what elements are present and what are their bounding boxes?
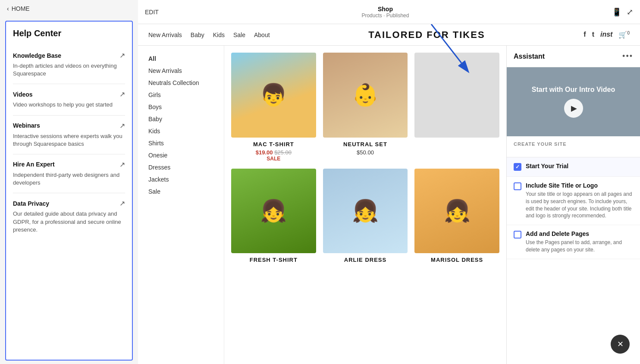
product-name-marisol-dress: MARISOL DRESS (431, 257, 483, 263)
nav-link-kids[interactable]: Kids (213, 31, 225, 38)
intro-video-card[interactable]: Start with Our Intro Video ▶ (507, 67, 640, 136)
assistant-menu-button[interactable]: ••• (622, 52, 633, 61)
expand-icon[interactable]: ⤢ (627, 7, 633, 17)
twitter-icon[interactable]: t (592, 31, 594, 38)
product-figure: 👦 (260, 82, 287, 107)
external-link-icon: ↗ (119, 51, 125, 60)
help-item-title: Knowledge Base (13, 52, 61, 59)
category-item-girls[interactable]: Girls (148, 89, 213, 101)
nav-link-about[interactable]: About (254, 31, 270, 38)
checklist-desc-include-title-logo: Your site title or logo appears on all p… (526, 191, 633, 220)
product-name-mac-tshirt: MAC T-SHIRT (253, 141, 294, 147)
category-item-kids[interactable]: Kids (148, 125, 213, 137)
product-grid: 👦 MAC T-SHIRT $19.00 $25.00 SALE 👶 NEUTR… (224, 46, 506, 364)
instagram-icon[interactable]: inst (600, 31, 612, 38)
site-nav: New ArrivalsBabyKidsSaleAbout TAILORED F… (138, 24, 640, 46)
site-brand-title: TAILORED FOR TIKES (368, 29, 485, 41)
category-list: AllNew ArrivalsNeutrals CollectionGirlsB… (148, 53, 213, 198)
edit-label[interactable]: EDIT (145, 9, 159, 16)
home-label: HOME (12, 5, 30, 12)
create-site-section: CREATE YOUR SITE (507, 136, 640, 157)
shop-title: Shop (361, 6, 409, 13)
sale-label: SALE (256, 156, 292, 162)
help-center-title: Help Center (13, 28, 125, 38)
home-nav[interactable]: ‹ HOME (0, 0, 138, 17)
category-item-neutrals[interactable]: Neutrals Collection (148, 77, 213, 89)
top-bar-center: Shop Products · Published (361, 6, 409, 19)
help-item-title: Webinars (13, 122, 40, 129)
help-item-title: Hire An Expert (13, 161, 55, 168)
checklist-title-start-trial: Start Your Trial (526, 163, 568, 169)
product-image-arlie-dress[interactable]: 👧 (323, 169, 408, 254)
checklist-item-start-trial: ✓ Start Your Trial (507, 157, 640, 177)
product-image-empty[interactable] (414, 53, 499, 138)
product-image-fresh-tshirt[interactable]: 👧 (231, 169, 316, 254)
cart-icon[interactable]: 🛒0 (618, 31, 630, 39)
mobile-view-icon[interactable]: 📱 (612, 7, 621, 17)
product-name-fresh-tshirt: FRESH T-SHIRT (250, 257, 298, 263)
product-card-mac-tshirt: 👦 MAC T-SHIRT $19.00 $25.00 SALE (231, 53, 316, 162)
product-image-marisol-dress[interactable]: 👧 (414, 169, 499, 254)
category-item-new-arrivals[interactable]: New Arrivals (148, 65, 213, 77)
help-item-data-privacy[interactable]: Data Privacy ↗ Our detailed guide about … (13, 193, 125, 240)
checklist-items: ✓ Start Your Trial Include Site Title or… (507, 157, 640, 259)
sale-price: $19.00 (256, 149, 273, 156)
preview-area: New ArrivalsBabyKidsSaleAbout TAILORED F… (138, 24, 640, 364)
play-button[interactable]: ▶ (564, 99, 583, 118)
product-card-fresh-tshirt: 👧 FRESH T-SHIRT (231, 169, 316, 265)
checklist-title-add-delete-pages: Add and Delete Pages (526, 230, 633, 237)
checkbox-add-delete-pages[interactable] (514, 231, 521, 238)
shop-subtitle: Products · Published (361, 13, 409, 19)
nav-link-baby[interactable]: Baby (191, 31, 204, 38)
help-item-desc: Independent third-party web designers an… (13, 171, 125, 187)
checklist-content-start-trial: Start Your Trial (526, 163, 568, 171)
product-card-marisol-dress: 👧 MARISOL DRESS (414, 169, 499, 265)
help-item-videos[interactable]: Videos ↗ Video workshops to help you get… (13, 84, 125, 115)
product-image-mac-tshirt[interactable]: 👦 (231, 53, 316, 138)
checkbox-include-title-logo[interactable] (514, 182, 521, 190)
external-link-icon: ↗ (119, 199, 125, 207)
help-item-desc: In-depth articles and videos on everythi… (13, 62, 125, 78)
checkbox-start-trial[interactable]: ✓ (514, 163, 521, 171)
checklist-item-add-delete-pages: Add and Delete Pages Use the Pages panel… (507, 225, 640, 259)
checklist-title-include-title-logo: Include Site Title or Logo (526, 182, 633, 189)
top-bar-right: 📱 ⤢ (612, 7, 633, 17)
product-price: $19.00 $25.00 SALE (256, 149, 292, 162)
help-item-title: Data Privacy (13, 200, 49, 207)
help-item-knowledge-base[interactable]: Knowledge Base ↗ In-depth articles and v… (13, 45, 125, 84)
product-card-empty (414, 53, 499, 162)
category-item-baby[interactable]: Baby (148, 113, 213, 125)
category-sidebar: AllNew ArrivalsNeutrals CollectionGirlsB… (138, 46, 224, 364)
external-link-icon: ↗ (119, 122, 125, 130)
help-item-hire-expert[interactable]: Hire An Expert ↗ Independent third-party… (13, 154, 125, 193)
category-item-dresses[interactable]: Dresses (148, 161, 213, 173)
category-item-shirts[interactable]: Shirts (148, 137, 213, 149)
product-figure: 👧 (260, 198, 287, 223)
product-image-neutral-set[interactable]: 👶 (323, 53, 408, 138)
category-item-jackets[interactable]: Jackets (148, 173, 213, 185)
help-item-title: Videos (13, 91, 33, 98)
product-name-arlie-dress: ARLIE DRESS (344, 257, 386, 263)
checklist-content-include-title-logo: Include Site Title or Logo Your site tit… (526, 182, 633, 220)
help-center-box: Help Center Knowledge Base ↗ In-depth ar… (5, 21, 133, 361)
back-icon: ‹ (7, 5, 9, 12)
product-name-neutral-set: NEUTRAL SET (343, 141, 387, 147)
close-button[interactable]: ✕ (611, 335, 630, 354)
category-item-all[interactable]: All (148, 53, 213, 65)
checklist-desc-add-delete-pages: Use the Pages panel to add, arrange, and… (526, 239, 633, 254)
category-item-sale[interactable]: Sale (148, 185, 213, 198)
nav-link-sale[interactable]: Sale (233, 31, 245, 38)
nav-link-new-arrivals[interactable]: New Arrivals (148, 31, 182, 38)
assistant-title: Assistant (514, 53, 545, 60)
help-item-desc: Interactive sessions where experts walk … (13, 132, 125, 148)
category-item-onesie[interactable]: Onesie (148, 149, 213, 161)
help-items-list: Knowledge Base ↗ In-depth articles and v… (13, 45, 125, 240)
help-item-desc: Our detailed guide about data privacy an… (13, 210, 125, 234)
original-price: $25.00 (274, 149, 292, 156)
facebook-icon[interactable]: f (584, 31, 586, 38)
category-item-boys[interactable]: Boys (148, 101, 213, 113)
site-nav-icons: f t inst 🛒0 (584, 31, 630, 39)
external-link-icon: ↗ (119, 90, 125, 98)
intro-video-label: Start with Our Intro Video (532, 86, 615, 94)
help-item-webinars[interactable]: Webinars ↗ Interactive sessions where ex… (13, 116, 125, 154)
